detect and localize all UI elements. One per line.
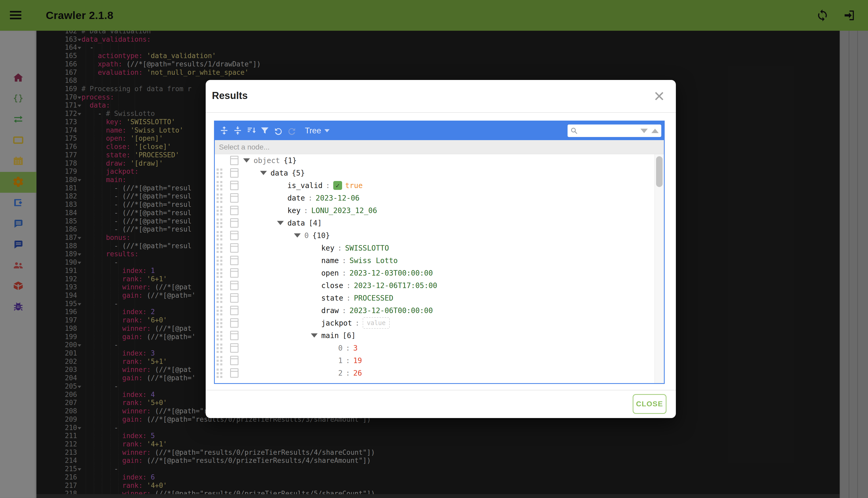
collapse-triangle-icon[interactable] (294, 233, 301, 237)
tree-field[interactable]: date (288, 194, 305, 202)
drag-handle-icon[interactable] (217, 169, 219, 171)
tree-field[interactable]: object (254, 156, 280, 165)
context-menu-icon[interactable] (230, 331, 239, 340)
drag-handle-icon[interactable] (217, 268, 219, 271)
tree-row: 0{10} (215, 229, 655, 242)
collapse-triangle-icon[interactable] (260, 171, 267, 175)
sort-icon (246, 126, 256, 136)
tree-separator: : (304, 206, 308, 215)
context-menu-icon[interactable] (230, 206, 239, 215)
search-next-icon[interactable] (640, 129, 648, 133)
context-menu-icon[interactable] (230, 306, 239, 315)
close-icon[interactable] (653, 90, 666, 102)
context-menu-icon[interactable] (230, 343, 239, 353)
tree-value[interactable]: 3 (353, 344, 358, 352)
tree-row: jackpot:value (215, 317, 655, 329)
tree-row: data{5} (215, 167, 655, 179)
drag-handle-icon[interactable] (217, 369, 219, 371)
context-menu-icon[interactable] (230, 281, 239, 290)
tree-child-count: {5} (292, 169, 305, 178)
context-menu-icon[interactable] (230, 293, 239, 303)
tree-value[interactable]: 26 (353, 369, 362, 377)
drag-handle-icon[interactable] (217, 206, 219, 208)
tree-value[interactable]: 19 (353, 356, 362, 365)
undo-button[interactable] (271, 124, 285, 137)
context-menu-icon[interactable] (230, 156, 239, 165)
tree-value[interactable]: Swiss Lotto (349, 256, 398, 265)
tree-field[interactable]: 2 (338, 369, 343, 377)
json-tree-rows: object{1}data{5}is_valid:✓truedate:2023-… (215, 154, 655, 379)
drag-handle-icon[interactable] (217, 256, 219, 258)
collapse-triangle-icon[interactable] (243, 158, 250, 162)
empty-value-placeholder[interactable]: value (363, 317, 390, 329)
json-editor-toolbar: Tree (215, 121, 664, 140)
tree-field[interactable]: state (321, 294, 343, 302)
drag-handle-icon[interactable] (217, 343, 219, 346)
tree-field[interactable]: 0 (304, 231, 309, 240)
context-menu-icon[interactable] (230, 356, 239, 365)
tree-field[interactable]: is_valid (288, 181, 323, 190)
tree-field[interactable]: jackpot (321, 319, 352, 327)
tree-field[interactable]: data (270, 169, 288, 178)
collapse-triangle-icon[interactable] (311, 333, 318, 338)
tree-value[interactable]: PROCESSED (354, 294, 393, 302)
tree-field[interactable]: 1 (338, 356, 343, 365)
context-menu-icon[interactable] (230, 256, 239, 265)
tree-value[interactable]: SWISSLOTTO (345, 244, 389, 252)
close-button[interactable]: CLOSE (633, 394, 667, 414)
drag-handle-icon[interactable] (217, 293, 219, 296)
collapse-triangle-icon[interactable] (277, 221, 284, 225)
drag-handle-icon[interactable] (217, 281, 219, 283)
collapse-all-button[interactable] (231, 124, 244, 137)
tree-scrollbar-track (655, 154, 664, 383)
context-menu-icon[interactable] (230, 231, 239, 240)
expand-all-button[interactable] (217, 124, 231, 137)
drag-handle-icon[interactable] (217, 318, 219, 320)
context-menu-icon[interactable] (230, 193, 239, 202)
tree-scrollbar-thumb[interactable] (656, 156, 663, 187)
json-tree-body: object{1}data{5}is_valid:✓truedate:2023-… (215, 154, 664, 383)
tree-value[interactable]: 2023-12-06 (316, 194, 360, 202)
tree-value[interactable]: 2023-12-03T00:00:00 (349, 269, 433, 277)
tree-value[interactable]: true (345, 181, 363, 190)
tree-separator: : (346, 356, 350, 365)
tree-field[interactable]: 0 (338, 344, 343, 352)
drag-handle-icon[interactable] (217, 356, 219, 358)
tree-field[interactable]: main (321, 331, 339, 340)
context-menu-icon[interactable] (230, 218, 239, 228)
tree-separator: : (308, 194, 312, 202)
drag-handle-icon[interactable] (217, 219, 219, 221)
tree-field[interactable]: key (321, 244, 335, 252)
drag-handle-icon[interactable] (217, 331, 219, 333)
tree-separator: : (346, 369, 350, 377)
context-menu-icon[interactable] (230, 318, 239, 328)
filter-button[interactable] (258, 124, 271, 137)
search-previous-icon[interactable] (651, 129, 659, 133)
tree-field[interactable]: name (321, 256, 339, 265)
boolean-checkbox-icon[interactable]: ✓ (333, 181, 342, 190)
drag-handle-icon[interactable] (217, 244, 219, 246)
drag-handle-icon[interactable] (217, 306, 219, 308)
tree-field[interactable]: draw (321, 306, 339, 315)
context-menu-icon[interactable] (230, 181, 239, 190)
context-menu-icon[interactable] (230, 243, 239, 253)
redo-button[interactable] (285, 124, 298, 137)
tree-value[interactable]: 2023-12-06T00:00:00 (349, 306, 433, 315)
drag-handle-icon[interactable] (217, 194, 219, 196)
drag-handle-icon[interactable] (217, 231, 219, 233)
context-menu-icon[interactable] (230, 368, 239, 378)
drag-handle-icon[interactable] (217, 181, 219, 183)
tree-value[interactable]: 2023-12-06T17:05:00 (354, 281, 437, 290)
tree-field[interactable]: open (321, 269, 339, 277)
tree-field[interactable]: key (288, 206, 301, 215)
search-input[interactable] (578, 127, 640, 135)
tree-mode-dropdown[interactable]: Tree (305, 126, 330, 135)
tree-field[interactable]: data (288, 219, 305, 227)
context-menu-icon[interactable] (230, 268, 239, 278)
sort-button[interactable] (244, 124, 258, 137)
node-path-bar[interactable]: Select a node... (215, 140, 664, 154)
tree-child-count: {1} (283, 156, 297, 165)
tree-field[interactable]: close (321, 281, 343, 290)
tree-value[interactable]: LONU_2023_12_06 (311, 206, 377, 215)
context-menu-icon[interactable] (230, 168, 239, 178)
